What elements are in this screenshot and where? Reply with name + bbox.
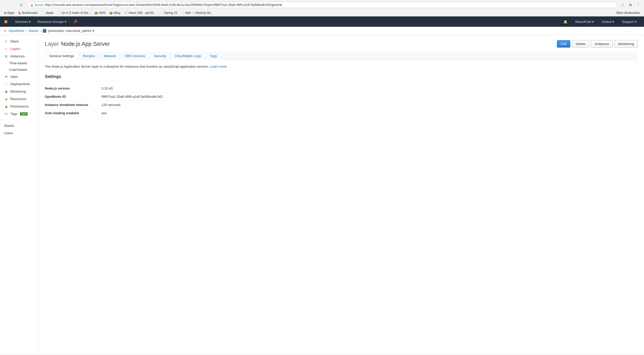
sidebar-item-deployments[interactable]: ↑ Deployments: [0, 80, 38, 88]
sidebar-item-permissions[interactable]: 🔒 Permissions: [0, 103, 38, 110]
region-chevron-icon: ▾: [612, 20, 614, 24]
browser-chrome: ← → ↻ 🔒 Secure https://console.aws.amazo…: [0, 0, 644, 16]
subnav: ● OpsWorks › Stacks › production: macrof…: [0, 27, 644, 35]
services-menu[interactable]: Services ▾: [12, 16, 34, 27]
page-title-name: Node.js App Server: [61, 41, 110, 47]
edit-button[interactable]: Edit: [557, 40, 570, 48]
bookmark-daapr-label: daapr: [46, 11, 54, 15]
opsworks-logo-icon: ●: [4, 29, 6, 33]
bookmark-ebay[interactable]: 📦 eBay: [108, 11, 122, 15]
region-menu[interactable]: Global ▾: [598, 16, 618, 27]
bookmark-star-button[interactable]: ☆: [619, 2, 626, 8]
stacks-breadcrumb[interactable]: Stacks: [29, 29, 39, 33]
sidebar-item-resources[interactable]: ◈ Resources: [0, 95, 38, 103]
back-button[interactable]: ←: [3, 2, 9, 8]
tab-ebs-volumes[interactable]: EBS Volumes: [121, 52, 150, 60]
pin-icon: 📌: [73, 20, 77, 24]
bookmark-bookmarks[interactable]: 🔖 Bookmarks: [16, 11, 39, 15]
tab-general-settings[interactable]: General Settings: [45, 52, 79, 60]
daapr-icon: 📄: [41, 11, 45, 15]
spring-icon: 📄: [160, 11, 163, 15]
sidebar-apps-label: Apps: [10, 75, 18, 78]
apps-nav-icon: ⊞: [4, 75, 8, 78]
tab-recipes[interactable]: Recipes: [79, 52, 99, 60]
inbox-icon: 📧: [124, 11, 128, 15]
tab-network[interactable]: Network: [99, 52, 121, 60]
ebay-icon: 📦: [109, 11, 113, 15]
sidebar-item-layers[interactable]: — Layers: [0, 45, 38, 52]
reload-button[interactable]: ↻: [18, 2, 25, 8]
secure-badge: 🔒 Secure: [30, 3, 44, 7]
sidebar-item-users[interactable]: Users: [0, 129, 38, 137]
settings-row-shutdown-timeout: Instance shutdown timeout 120 seconds: [45, 101, 638, 109]
tab-cloudwatch-logs[interactable]: CloudWatch Logs: [171, 52, 206, 60]
user-menu[interactable]: MacroFuel ▾: [572, 16, 597, 27]
bookmark-spring[interactable]: 📄 Spring 15: [158, 11, 179, 15]
tags-new-badge: NEW: [20, 112, 28, 116]
aws-logo: ■: [4, 18, 7, 25]
region-label: Global: [602, 20, 612, 24]
az-icon: 📄: [57, 11, 61, 15]
sidebar-item-apps[interactable]: ⊞ Apps: [0, 73, 38, 80]
menu-button[interactable]: ⋮: [635, 2, 641, 8]
bookmark-aws-label: AWS: [99, 11, 106, 15]
settings-table: Node.js version 0.10.40 OpsWorks ID f980…: [45, 84, 638, 117]
services-chevron-icon: ▾: [29, 20, 31, 24]
bookmark-other[interactable]: Other Bookmarks: [614, 11, 641, 15]
user-chevron-icon: ▾: [592, 20, 594, 24]
address-bar[interactable]: 🔒 Secure https://console.aws.amazon.com/…: [27, 2, 617, 8]
tab-security-label: Security: [154, 54, 166, 58]
stack-dropdown-button[interactable]: ▾: [92, 29, 94, 33]
bookmark-aws[interactable]: 📦 AWS: [93, 11, 107, 15]
sidebar-item-instances[interactable]: ⊞ Instances: [0, 52, 38, 60]
page-title-label: Layer: [45, 41, 59, 47]
sidebar: ≡ Stack — Layers ⊞ Instances Time-based …: [0, 35, 39, 354]
bookmark-apps[interactable]: ⊞ Apps: [3, 11, 16, 15]
delete-button[interactable]: Delete: [572, 40, 589, 48]
bookmark-daapr[interactable]: 📄 daapr: [40, 11, 55, 15]
support-label: Support: [622, 20, 634, 24]
pin-button[interactable]: 📌: [70, 16, 81, 27]
sidebar-item-monitoring[interactable]: ◉ Monitoring: [0, 88, 38, 95]
settings-row-opsworks-id: OpsWorks ID f9807ea1-30a6-46f9-a1df-5a06…: [45, 92, 638, 101]
opsworks-breadcrumb[interactable]: OpsWorks: [9, 29, 24, 33]
sidebar-stack-label: Stack: [10, 39, 19, 43]
instances-button[interactable]: Instances: [591, 40, 613, 48]
sidebar-item-stacks-bottom[interactable]: Stacks: [0, 122, 38, 129]
support-menu[interactable]: Support ▾: [618, 16, 640, 27]
learn-more-link[interactable]: Learn more.: [210, 65, 228, 68]
settings-label-nodejs-version: Node.js version: [45, 84, 101, 93]
sidebar-item-time-based[interactable]: Time-based: [0, 60, 38, 66]
notifications-button[interactable]: 🔔: [560, 16, 571, 27]
bookmark-az-index[interactable]: 📄 An A-Z Index of the...: [56, 11, 92, 15]
sidebar-time-based-label: Time-based: [9, 61, 27, 65]
bookmark-inbox[interactable]: 📧 Inbox (38) · ajm33...: [123, 11, 158, 15]
extensions-button[interactable]: ⚙: [627, 2, 634, 8]
services-label: Services: [15, 20, 28, 24]
settings-value-shutdown-timeout: 120 seconds: [101, 101, 638, 109]
forward-button[interactable]: →: [10, 2, 17, 8]
settings-row-auto-healing: Auto healing enabled yes: [45, 109, 638, 117]
resources-nav-icon: ◈: [4, 97, 8, 101]
bookmarks-icon: 🔖: [18, 11, 21, 15]
current-stack-breadcrumb: production: macrofuel_admin ▾: [43, 29, 94, 33]
settings-label-shutdown-timeout: Instance shutdown timeout: [45, 101, 101, 109]
description-text: The Node.js Application Server layer is …: [45, 65, 209, 68]
browser-actions: ☆ ⚙ ⋮: [619, 2, 641, 8]
tab-tags[interactable]: Tags: [206, 52, 221, 60]
bookmark-wat[interactable]: 📄 Wat — Destroy All...: [179, 11, 214, 15]
settings-value-opsworks-id: f9807ea1-30a6-46f9-a1df-5a068ea9c342: [101, 92, 638, 101]
sidebar-load-based-label: Load-based: [9, 68, 27, 72]
tab-tags-label: Tags: [210, 54, 217, 58]
tab-security[interactable]: Security: [150, 52, 171, 60]
monitoring-button[interactable]: Monitoring: [614, 40, 638, 48]
apps-grid-icon: ⊞: [4, 11, 6, 15]
sidebar-item-load-based[interactable]: Load-based: [0, 66, 38, 73]
sidebar-item-stack[interactable]: ≡ Stack: [0, 38, 38, 45]
sidebar-deployments-label: Deployments: [10, 82, 30, 86]
topnav-right: 🔔 MacroFuel ▾ Global ▾ Support ▾: [560, 16, 640, 27]
resource-groups-menu[interactable]: Resource Groups ▾: [34, 16, 70, 27]
sidebar-item-tags[interactable]: 🏷 Tags NEW: [0, 110, 38, 118]
tab-ebs-volumes-label: EBS Volumes: [125, 54, 146, 58]
tab-network-label: Network: [104, 54, 116, 58]
